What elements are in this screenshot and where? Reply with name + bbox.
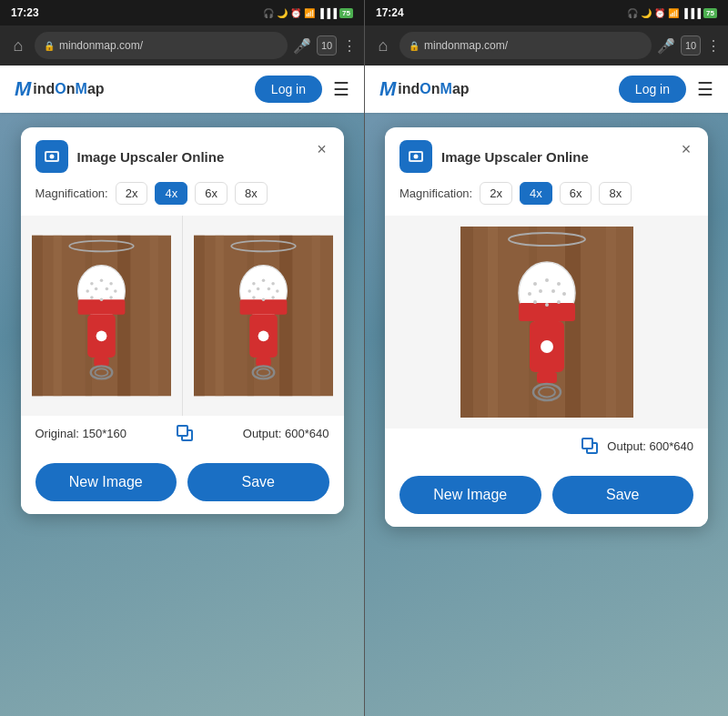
- right-home-icon[interactable]: ⌂: [372, 36, 394, 55]
- headphone-icon: 🎧: [263, 8, 274, 18]
- right-phone-panel: 17:24 🎧 🌙 ⏰ 📶 ▐▐▐ 75 ⌂ 🔒 mindonmap.com/ …: [364, 0, 728, 716]
- left-bg-content: Image Upscaler Online × Magnification: 2…: [0, 113, 364, 716]
- svg-point-46: [271, 282, 275, 286]
- alarm-icon: ⏰: [290, 8, 301, 18]
- left-mag-4x[interactable]: 4x: [155, 182, 187, 205]
- right-menu-icon[interactable]: ⋮: [706, 37, 721, 55]
- svg-point-44: [252, 282, 256, 286]
- svg-point-76: [528, 292, 531, 296]
- left-mag-8x[interactable]: 8x: [235, 182, 268, 205]
- right-logo-m: M: [379, 77, 396, 101]
- svg-rect-60: [488, 227, 498, 418]
- right-single-image-container: [385, 216, 708, 429]
- left-hamburger-icon[interactable]: ☰: [333, 78, 349, 100]
- svg-rect-31: [215, 236, 223, 397]
- right-output-label: Output: 600*640: [607, 439, 693, 453]
- left-output-image: [194, 227, 333, 405]
- right-browser-bar: ⌂ 🔒 mindonmap.com/ 🎤 10 ⋮: [365, 25, 728, 66]
- svg-rect-41: [256, 358, 270, 366]
- left-phone-panel: 17:23 🎧 🌙 ⏰ 📶 ▐▐▐ 75 ⌂ 🔒 mindonmap.com/ …: [0, 0, 364, 716]
- left-logo-m: M: [15, 77, 31, 101]
- svg-rect-13: [77, 299, 125, 314]
- right-status-icons: 🎧 🌙 ⏰ 📶 ▐▐▐ 75: [627, 8, 717, 18]
- svg-point-74: [545, 278, 549, 282]
- svg-point-24: [105, 287, 108, 291]
- svg-point-15: [96, 330, 106, 341]
- right-lock-icon: 🔒: [409, 41, 420, 51]
- svg-rect-70: [537, 372, 557, 383]
- left-logo: M indOnMap: [15, 77, 105, 101]
- left-tab-count[interactable]: 10: [317, 35, 337, 55]
- right-mag-4x[interactable]: 4x: [520, 182, 552, 205]
- right-headphone-icon: 🎧: [627, 8, 638, 18]
- svg-point-26: [90, 296, 94, 299]
- svg-rect-63: [606, 227, 616, 418]
- left-actions-row: New Image Save: [21, 450, 344, 514]
- right-actions-row: New Image Save: [385, 463, 708, 527]
- right-mag-2x[interactable]: 2x: [480, 182, 512, 205]
- left-menu-icon[interactable]: ⋮: [342, 37, 357, 55]
- svg-point-27: [99, 298, 103, 302]
- left-images-area: [21, 216, 344, 416]
- right-mag-8x[interactable]: 8x: [599, 182, 632, 205]
- left-mag-2x[interactable]: 2x: [116, 182, 148, 205]
- signal-icon: ▐▐▐: [318, 8, 337, 18]
- svg-point-45: [261, 278, 265, 282]
- left-address-bar[interactable]: 🔒 mindonmap.com/: [35, 32, 288, 59]
- right-mic-icon[interactable]: 🎤: [657, 37, 675, 55]
- right-modal-card: Image Upscaler Online × Magnification: 2…: [385, 127, 708, 527]
- svg-point-48: [256, 287, 259, 291]
- right-save-button[interactable]: Save: [552, 476, 694, 514]
- right-alarm-icon: ⏰: [654, 8, 665, 18]
- right-modal-header: Image Upscaler Online ×: [385, 127, 708, 182]
- left-new-image-button[interactable]: New Image: [35, 463, 177, 501]
- svg-point-78: [551, 289, 555, 293]
- left-home-icon[interactable]: ⌂: [7, 36, 29, 55]
- left-login-button[interactable]: Log in: [255, 76, 322, 103]
- right-bg-content: Image Upscaler Online × Magnification: 2…: [365, 113, 728, 716]
- svg-point-20: [99, 278, 103, 282]
- right-new-image-button[interactable]: New Image: [399, 476, 541, 514]
- svg-point-80: [533, 300, 537, 304]
- svg-point-53: [271, 296, 275, 299]
- right-signal-icon: ▐▐▐: [682, 8, 701, 18]
- moon-icon: 🌙: [277, 8, 288, 18]
- left-close-button[interactable]: ×: [311, 138, 333, 160]
- left-mag-6x[interactable]: 6x: [195, 182, 228, 205]
- right-mag-label: Magnification:: [399, 187, 472, 200]
- svg-rect-59: [460, 227, 473, 418]
- left-save-button[interactable]: Save: [187, 463, 329, 501]
- right-output-image: [460, 227, 633, 418]
- svg-rect-34: [311, 236, 319, 397]
- right-info-row: Output: 600*640: [385, 429, 708, 463]
- left-app-icon: [35, 140, 68, 173]
- right-mag-6x[interactable]: 6x: [560, 182, 592, 205]
- svg-point-57: [414, 155, 419, 159]
- svg-point-51: [252, 296, 256, 299]
- left-original-image-container: [21, 216, 183, 416]
- right-close-button[interactable]: ×: [675, 138, 697, 160]
- svg-point-23: [94, 287, 97, 291]
- left-copy-icon[interactable]: [177, 425, 193, 441]
- right-address-bar[interactable]: 🔒 mindonmap.com/: [399, 32, 652, 59]
- left-mic-icon[interactable]: 🎤: [293, 37, 311, 55]
- svg-rect-33: [279, 236, 292, 397]
- left-modal-card: Image Upscaler Online × Magnification: 2…: [21, 127, 344, 514]
- svg-point-52: [261, 298, 265, 302]
- left-modal-title: Image Upscaler Online: [77, 149, 225, 165]
- left-status-icons: 🎧 🌙 ⏰ 📶 ▐▐▐ 75: [263, 8, 353, 18]
- right-login-button[interactable]: Log in: [619, 76, 686, 103]
- right-copy-icon[interactable]: [581, 438, 598, 454]
- left-output-image-container: [183, 216, 344, 416]
- svg-point-50: [276, 289, 279, 293]
- svg-point-73: [533, 282, 537, 286]
- svg-point-79: [562, 292, 566, 296]
- left-magnification-row: Magnification: 2x 4x 6x 8x: [21, 182, 344, 216]
- svg-rect-16: [94, 358, 108, 366]
- right-magnification-row: Magnification: 2x 4x 6x 8x: [385, 182, 708, 216]
- right-logo: M indOnMap: [379, 77, 470, 101]
- right-tab-count[interactable]: 10: [681, 35, 701, 55]
- svg-rect-38: [239, 299, 287, 314]
- right-status-time: 17:24: [376, 6, 404, 19]
- right-hamburger-icon[interactable]: ☰: [697, 78, 713, 100]
